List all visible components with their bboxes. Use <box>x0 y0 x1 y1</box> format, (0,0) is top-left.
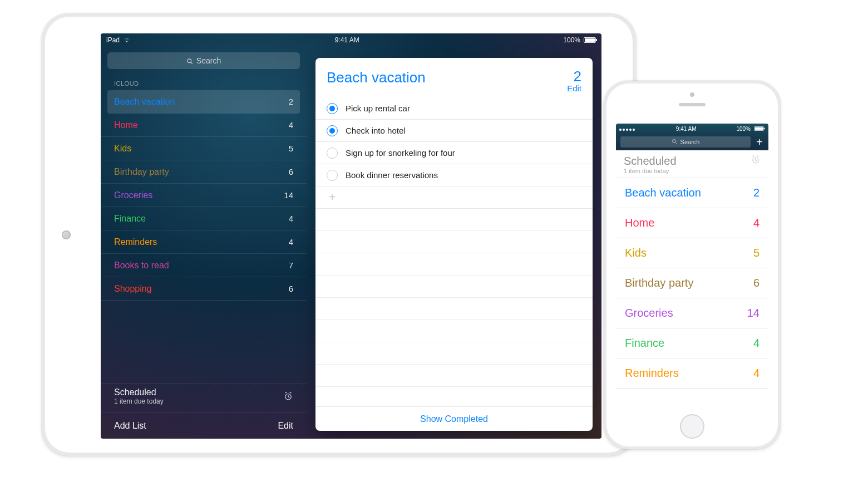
list-row[interactable]: Beach vacation2 <box>616 178 768 208</box>
search-input[interactable]: Search <box>107 52 300 69</box>
list-count: 4 <box>753 217 760 229</box>
list-name: Reminders <box>114 237 157 247</box>
scheduled-row[interactable]: Scheduled 1 item due today <box>101 384 307 411</box>
reminder-title: Sign up for snorkeling for four <box>346 148 455 158</box>
list-count: 6 <box>753 277 760 289</box>
list-count: 2 <box>289 97 293 106</box>
sidebar-list-row[interactable]: Groceries14 <box>101 184 307 207</box>
battery-icon <box>754 126 764 131</box>
list-row[interactable]: Finance4 <box>616 328 768 358</box>
iphone-bezel: 9:41 AM 100% Search + Scheduled <box>606 84 778 446</box>
ipad-bezel: iPad 9:41 AM 100% Search <box>45 17 633 453</box>
list-count: 6 <box>289 284 293 293</box>
reminder-row[interactable]: Book dinner reservations <box>315 164 593 186</box>
list-row[interactable]: Reminders4 <box>616 358 768 389</box>
add-list-button[interactable]: Add List <box>114 421 146 431</box>
scheduled-subtitle: 1 item due today <box>624 168 677 174</box>
list-count: 2 <box>567 69 581 84</box>
edit-button[interactable]: Edit <box>567 84 581 93</box>
list-name: Kids <box>114 144 131 154</box>
reminder-row[interactable]: Check into hotel <box>315 120 593 142</box>
sidebar-list-row[interactable]: Finance4 <box>101 207 307 230</box>
complete-toggle[interactable] <box>327 125 338 136</box>
sidebar-list-row[interactable]: Birthday party6 <box>101 160 307 184</box>
show-completed-button[interactable]: Show Completed <box>315 406 593 431</box>
reminder-lines: Pick up rental carCheck into hotelSign u… <box>315 97 593 406</box>
list-count: 14 <box>747 307 760 320</box>
reminder-title: Book dinner reservations <box>346 170 438 180</box>
list-count: 4 <box>753 337 760 350</box>
sidebar-list-row[interactable]: Shopping6 <box>101 277 307 301</box>
list-name: Shopping <box>114 284 152 294</box>
sidebar-list-row[interactable]: Home4 <box>101 114 307 137</box>
wifi-icon <box>123 37 131 43</box>
list-name: Beach vacation <box>114 97 175 107</box>
list-name: Home <box>625 217 654 229</box>
list-title: Beach vacation <box>327 69 426 86</box>
reminders-card: Beach vacation 2 Edit Pick up rental car… <box>315 58 593 431</box>
scheduled-title: Scheduled <box>114 387 164 397</box>
reminder-row[interactable]: Pick up rental car <box>315 97 593 120</box>
list-count: 4 <box>289 214 293 223</box>
iphone-camera <box>690 92 694 97</box>
list-name: Reminders <box>625 367 679 380</box>
list-name: Books to read <box>114 261 169 271</box>
list-count: 2 <box>753 186 760 199</box>
list-name: Beach vacation <box>625 186 701 199</box>
alarm-icon <box>751 155 761 167</box>
ruled-line <box>315 253 593 276</box>
sidebar-list-row[interactable]: Kids5 <box>101 137 307 160</box>
list-count: 5 <box>289 144 293 153</box>
search-placeholder: Search <box>680 139 700 145</box>
list-count: 5 <box>753 247 760 259</box>
list-name: Groceries <box>114 190 152 200</box>
scheduled-row[interactable]: Scheduled 1 item due today <box>616 150 768 178</box>
list-name: Birthday party <box>114 167 169 177</box>
device-label: iPad <box>106 36 120 44</box>
alarm-icon <box>283 391 293 401</box>
list-row[interactable]: Home4 <box>616 208 768 238</box>
list-name: Groceries <box>625 307 673 320</box>
ruled-line <box>315 231 593 253</box>
sidebar-list-row[interactable]: Books to read7 <box>101 254 307 277</box>
battery-pct: 100% <box>736 126 751 132</box>
complete-toggle[interactable] <box>327 170 338 181</box>
complete-toggle[interactable] <box>327 148 338 159</box>
sidebar: Search ICLOUD Beach vacation2Home4Kids5B… <box>101 46 307 439</box>
reminder-row[interactable]: Sign up for snorkeling for four <box>315 142 593 164</box>
ruled-line <box>315 276 593 298</box>
clock: 9:41 AM <box>335 36 359 44</box>
list-row[interactable]: Groceries14 <box>616 298 768 328</box>
battery-icon <box>584 37 596 43</box>
edit-lists-button[interactable]: Edit <box>278 421 293 431</box>
iphone-speaker <box>679 103 706 106</box>
list-name: Home <box>114 120 138 130</box>
add-button[interactable]: + <box>755 136 764 149</box>
ruled-line <box>315 209 593 231</box>
sidebar-list-row[interactable]: Reminders4 <box>101 230 307 254</box>
list-count: 14 <box>284 190 293 200</box>
search-icon <box>186 57 193 64</box>
ruled-line <box>315 298 593 320</box>
ipad-home-button[interactable] <box>62 230 71 239</box>
list-row[interactable]: Birthday party6 <box>616 268 768 298</box>
add-reminder-row[interactable]: + <box>315 186 593 209</box>
list-row[interactable]: Kids5 <box>616 238 768 268</box>
reminder-title: Pick up rental car <box>346 104 410 113</box>
ruled-line <box>315 342 593 365</box>
sidebar-footer: Add List Edit <box>101 412 307 439</box>
svg-line-4 <box>675 143 676 144</box>
iphone-screen: 9:41 AM 100% Search + Scheduled <box>616 124 768 405</box>
search-input[interactable]: Search <box>620 136 751 148</box>
list-count: 4 <box>753 367 760 380</box>
clock: 9:41 AM <box>676 126 697 132</box>
complete-toggle[interactable] <box>327 103 338 114</box>
list-name: Kids <box>625 247 647 259</box>
lists-container: Beach vacation2Home4Kids5Birthday party6… <box>101 90 307 301</box>
sidebar-list-row[interactable]: Beach vacation2 <box>107 90 300 114</box>
ipad-screen: iPad 9:41 AM 100% Search <box>101 33 601 439</box>
list-count: 7 <box>289 261 293 270</box>
list-count: 4 <box>289 237 293 247</box>
iphone-home-button[interactable] <box>680 414 704 439</box>
list-count: 6 <box>289 167 293 176</box>
